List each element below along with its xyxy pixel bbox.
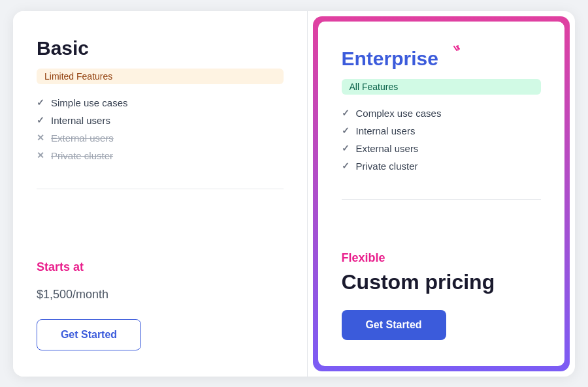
feature-text: Internal users: [51, 115, 110, 126]
enterprise-plan-wrapper: Enterprise All Features ✓ Complex use ca…: [313, 16, 570, 371]
check-icon: ✓: [342, 161, 350, 171]
list-item: ✓ Simple use cases: [37, 97, 284, 108]
list-item: ✓ Internal users: [342, 125, 542, 136]
enterprise-get-started-button[interactable]: Get Started: [342, 310, 446, 340]
basic-price-value: $1,500: [37, 288, 73, 301]
divider: [342, 199, 542, 200]
cross-icon: ✕: [37, 150, 44, 161]
check-icon: ✓: [342, 108, 350, 118]
cross-icon: ✕: [37, 132, 44, 143]
basic-price-period: /month: [73, 288, 108, 301]
list-item: ✓ Complex use cases: [342, 108, 542, 119]
sparkle-icon: [442, 45, 461, 61]
list-item: ✕ Private cluster: [37, 150, 284, 161]
enterprise-features-list: ✓ Complex use cases ✓ Internal users ✓ E…: [342, 108, 542, 178]
basic-pricing-label: Starts at: [37, 260, 284, 274]
basic-plan-card: Basic Limited Features ✓ Simple use case…: [13, 11, 308, 377]
feature-text-strikethrough: External users: [51, 132, 114, 144]
svg-line-0: [454, 46, 457, 50]
enterprise-plan-card: Enterprise All Features ✓ Complex use ca…: [318, 22, 565, 366]
basic-plan-title: Basic: [37, 37, 284, 59]
check-icon: ✓: [342, 125, 350, 136]
feature-text: Simple use cases: [51, 97, 128, 108]
check-icon: ✓: [37, 115, 44, 125]
basic-pricing-amount: $1,500/month: [37, 279, 284, 303]
list-item: ✓ Private cluster: [342, 161, 542, 172]
basic-features-list: ✓ Simple use cases ✓ Internal users ✕ Ex…: [37, 97, 284, 168]
list-item: ✕ External users: [37, 132, 284, 144]
feature-text-strikethrough: Private cluster: [51, 150, 113, 161]
basic-feature-badge: Limited Features: [37, 69, 284, 84]
check-icon: ✓: [342, 143, 350, 153]
basic-get-started-button[interactable]: Get Started: [37, 319, 141, 350]
check-icon: ✓: [37, 97, 44, 108]
enterprise-feature-badge: All Features: [342, 79, 542, 95]
feature-text: Internal users: [356, 125, 416, 136]
enterprise-plan-title: Enterprise: [342, 48, 542, 70]
feature-text: Complex use cases: [356, 108, 442, 119]
list-item: ✓ External users: [342, 143, 542, 154]
enterprise-pricing-amount: Custom pricing: [342, 270, 542, 294]
pricing-container: Basic Limited Features ✓ Simple use case…: [13, 11, 575, 377]
divider: [37, 189, 284, 189]
feature-text: Private cluster: [356, 161, 418, 172]
enterprise-pricing-label: Flexible: [342, 251, 542, 265]
list-item: ✓ Internal users: [37, 115, 284, 126]
feature-text: External users: [356, 143, 419, 154]
